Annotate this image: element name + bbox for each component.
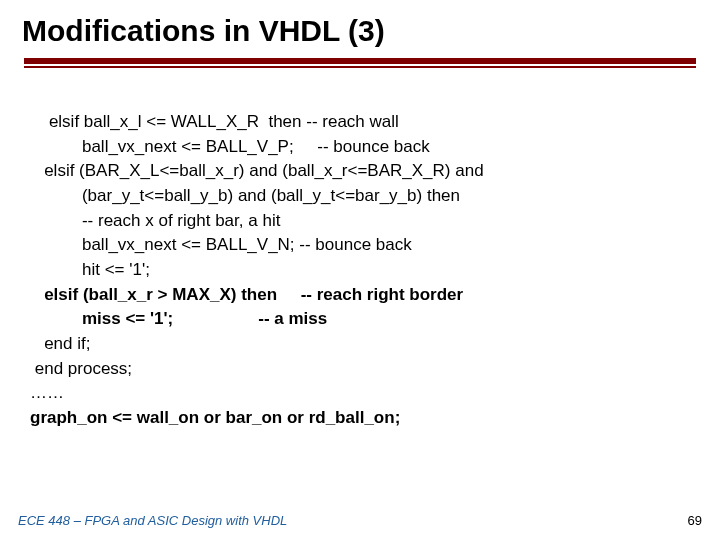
- code-line: ball_vx_next <= BALL_V_P; -- bounce back: [30, 137, 430, 156]
- code-line: ……: [30, 383, 64, 402]
- slide-title: Modifications in VHDL (3): [18, 12, 702, 50]
- code-line: hit <= '1';: [30, 260, 150, 279]
- page-number: 69: [688, 513, 702, 528]
- code-line: end if;: [30, 334, 90, 353]
- footer-left: ECE 448 – FPGA and ASIC Design with VHDL: [18, 513, 287, 528]
- code-line: (bar_y_t<=ball_y_b) and (ball_y_t<=bar_y…: [30, 186, 460, 205]
- slide: Modifications in VHDL (3) elsif ball_x_l…: [0, 0, 720, 540]
- code-line: -- reach x of right bar, a hit: [30, 211, 280, 230]
- code-line: elsif ball_x_l <= WALL_X_R then -- reach…: [30, 112, 399, 131]
- code-line: graph_on <= wall_on or bar_on or rd_ball…: [30, 408, 400, 427]
- code-line: elsif (ball_x_r > MAX_X) then -- reach r…: [30, 285, 463, 304]
- footer: ECE 448 – FPGA and ASIC Design with VHDL…: [18, 513, 702, 528]
- code-block: elsif ball_x_l <= WALL_X_R then -- reach…: [18, 86, 702, 431]
- code-line: elsif (BAR_X_L<=ball_x_r) and (ball_x_r<…: [30, 161, 484, 180]
- code-line: ball_vx_next <= BALL_V_N; -- bounce back: [30, 235, 412, 254]
- code-line: miss <= '1'; -- a miss: [30, 309, 327, 328]
- title-rule: [24, 58, 696, 68]
- code-line: end process;: [30, 359, 132, 378]
